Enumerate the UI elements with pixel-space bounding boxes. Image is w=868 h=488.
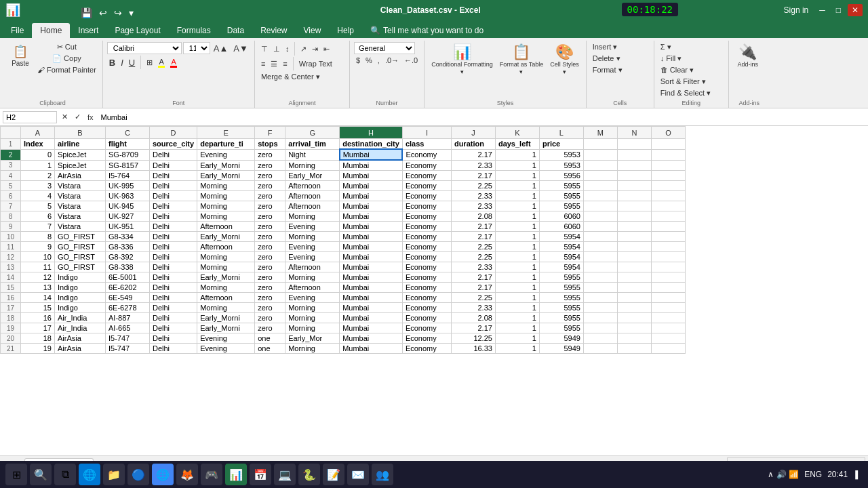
cell-E13[interactable]: Morning	[197, 262, 255, 272]
cell-A18[interactable]: 16	[21, 313, 55, 323]
cell-C11[interactable]: G8-336	[106, 242, 150, 252]
col-I[interactable]: I	[402, 127, 451, 139]
cell-N8[interactable]	[617, 211, 651, 222]
cell-N5[interactable]	[617, 181, 651, 191]
cell-I1[interactable]: class	[402, 139, 451, 150]
cell-J19[interactable]: 2.17	[451, 323, 495, 333]
sign-in-btn[interactable]: Sign in	[780, 4, 813, 16]
clear-btn[interactable]: 🗑 Clear ▾	[658, 65, 696, 75]
cell-B1[interactable]: airline	[55, 139, 106, 150]
cell-K11[interactable]: 1	[495, 242, 539, 252]
cell-M7[interactable]	[583, 201, 617, 211]
cell-O18[interactable]	[651, 313, 685, 323]
cell-O5[interactable]	[651, 181, 685, 191]
cell-A3[interactable]: 1	[21, 160, 55, 171]
cell-F9[interactable]: zero	[255, 222, 285, 232]
cell-B9[interactable]: Vistara	[55, 222, 106, 232]
cell-K1[interactable]: days_left	[495, 139, 539, 150]
cell-B12[interactable]: GO_FIRST	[55, 252, 106, 262]
cell-G6[interactable]: Afternoon	[285, 191, 340, 201]
cell-M2[interactable]	[583, 149, 617, 160]
cell-K8[interactable]: 1	[495, 211, 539, 222]
cell-B14[interactable]: Indigo	[55, 272, 106, 283]
cell-G14[interactable]: Morning	[285, 272, 340, 283]
cell-L12[interactable]: 5954	[539, 252, 583, 262]
col-D[interactable]: D	[150, 127, 197, 139]
col-F[interactable]: F	[255, 127, 285, 139]
cell-A11[interactable]: 9	[21, 242, 55, 252]
cell-M18[interactable]	[583, 313, 617, 323]
cell-I18[interactable]: Economy	[402, 313, 451, 323]
cell-M17[interactable]	[583, 303, 617, 313]
cell-H17[interactable]: Mumbai	[340, 303, 403, 313]
font-color-btn[interactable]: A	[168, 57, 179, 68]
format-painter-btn[interactable]: 🖌 Format Painter	[35, 65, 98, 75]
cell-O8[interactable]	[651, 211, 685, 222]
cell-J1[interactable]: duration	[451, 139, 495, 150]
cell-N16[interactable]	[617, 293, 651, 303]
cell-J20[interactable]: 12.25	[451, 333, 495, 344]
cell-I20[interactable]: Economy	[402, 333, 451, 344]
cell-L20[interactable]: 5949	[539, 333, 583, 344]
cell-A9[interactable]: 7	[21, 222, 55, 232]
cell-H9[interactable]: Mumbai	[340, 222, 403, 232]
cell-G7[interactable]: Afternoon	[285, 201, 340, 211]
cut-btn[interactable]: ✂ Cut	[35, 42, 98, 52]
cell-N11[interactable]	[617, 242, 651, 252]
cell-C20[interactable]: I5-747	[106, 333, 150, 344]
cell-B8[interactable]: Vistara	[55, 211, 106, 222]
cell-F15[interactable]: zero	[255, 283, 285, 293]
cell-A17[interactable]: 15	[21, 303, 55, 313]
cell-F10[interactable]: zero	[255, 232, 285, 242]
tab-data[interactable]: Data	[219, 23, 252, 38]
align-left-btn[interactable]: ≡	[259, 59, 267, 68]
cell-D8[interactable]: Delhi	[150, 211, 197, 222]
taskview-btn[interactable]: ⧉	[54, 464, 76, 485]
fill-btn[interactable]: ↓ Fill ▾	[658, 54, 684, 64]
col-O[interactable]: O	[651, 127, 685, 139]
cancel-formula-btn[interactable]: ✕	[60, 112, 70, 122]
mail-btn[interactable]: ✉️	[347, 464, 369, 485]
cell-J17[interactable]: 2.33	[451, 303, 495, 313]
cell-B4[interactable]: AirAsia	[55, 171, 106, 181]
cell-E19[interactable]: Early_Morni	[197, 323, 255, 333]
firefox-btn[interactable]: 🦊	[176, 464, 198, 485]
cell-K7[interactable]: 1	[495, 201, 539, 211]
cell-D5[interactable]: Delhi	[150, 181, 197, 191]
cell-O19[interactable]	[651, 323, 685, 333]
cell-C6[interactable]: UK-963	[106, 191, 150, 201]
font-name-select[interactable]: Calibri	[107, 42, 182, 54]
cell-B13[interactable]: GO_FIRST	[55, 262, 106, 272]
cell-E14[interactable]: Early_Morni	[197, 272, 255, 283]
comma-btn[interactable]: ,	[376, 56, 382, 65]
cell-N15[interactable]	[617, 283, 651, 293]
tab-review[interactable]: Review	[252, 23, 295, 38]
cell-E5[interactable]: Morning	[197, 181, 255, 191]
cell-E8[interactable]: Morning	[197, 211, 255, 222]
cell-G17[interactable]: Morning	[285, 303, 340, 313]
cell-A12[interactable]: 10	[21, 252, 55, 262]
cell-O1[interactable]	[651, 139, 685, 150]
cell-D21[interactable]: Delhi	[150, 344, 197, 354]
fill-color-btn[interactable]: A	[156, 57, 167, 68]
increase-font-btn[interactable]: A▲	[212, 43, 231, 54]
cell-L14[interactable]: 5955	[539, 272, 583, 283]
cell-G15[interactable]: Afternoon	[285, 283, 340, 293]
align-bottom-btn[interactable]: ↕	[283, 44, 292, 54]
cell-J7[interactable]: 2.33	[451, 201, 495, 211]
align-right-btn[interactable]: ≡	[281, 59, 289, 68]
cell-D16[interactable]: Delhi	[150, 293, 197, 303]
cell-H15[interactable]: Mumbai	[340, 283, 403, 293]
cell-I13[interactable]: Economy	[402, 262, 451, 272]
underline-btn[interactable]: U	[127, 57, 137, 68]
cell-E12[interactable]: Morning	[197, 252, 255, 262]
cell-I3[interactable]: Economy	[402, 160, 451, 171]
cell-E16[interactable]: Afternoon	[197, 293, 255, 303]
cell-E1[interactable]: departure_ti	[197, 139, 255, 150]
cell-B18[interactable]: Air_India	[55, 313, 106, 323]
cell-L2[interactable]: 5953	[539, 149, 583, 160]
cell-A8[interactable]: 6	[21, 211, 55, 222]
find-select-btn[interactable]: Find & Select ▾	[658, 88, 713, 98]
cell-F1[interactable]: stops	[255, 139, 285, 150]
col-B[interactable]: B	[55, 127, 106, 139]
